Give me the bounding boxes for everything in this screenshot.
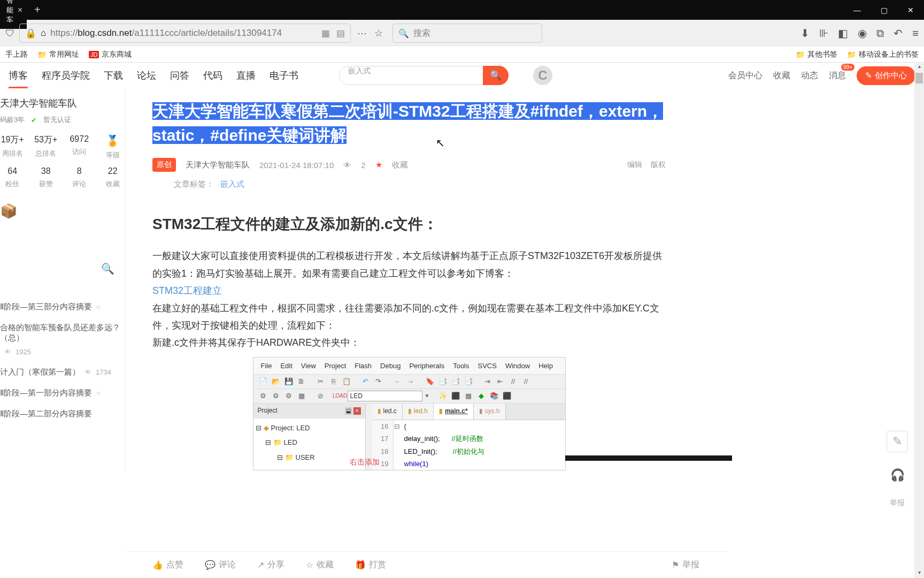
nav-vip[interactable]: 会员中心	[728, 70, 763, 81]
minus-icon[interactable]: ⊟	[277, 451, 283, 463]
extension-icon[interactable]: ⧉	[876, 27, 884, 40]
minimize-button[interactable]: —	[844, 0, 871, 20]
manage-icon[interactable]: ▦	[463, 391, 474, 401]
nav-academy[interactable]: 程序员学院	[42, 64, 90, 87]
create-button[interactable]: ✎ 创作中心	[857, 66, 915, 85]
nav-back-icon[interactable]: ←	[392, 376, 403, 387]
save-all-icon[interactable]: 🗎	[296, 376, 307, 387]
save-icon[interactable]: 💾	[283, 376, 294, 387]
list-item[interactable]: Ⅱ阶段—第一部分内容摘要○	[0, 383, 125, 404]
rebuild-icon[interactable]: ⚙	[271, 391, 281, 401]
uncomment-icon[interactable]: //	[521, 376, 532, 387]
menu-tools[interactable]: Tools	[453, 360, 469, 372]
minus-icon[interactable]: ⊟	[265, 436, 271, 448]
nav-fwd-icon[interactable]: →	[405, 376, 416, 387]
new-file-icon[interactable]: 📄	[258, 376, 268, 387]
like-button[interactable]: 👍点赞	[152, 559, 183, 571]
build-icon[interactable]: ⚙	[258, 391, 268, 401]
bookmark-item[interactable]: JD京东商城	[89, 50, 132, 59]
indent-icon[interactable]: ⇥	[482, 376, 493, 387]
star-icon[interactable]: ☆	[374, 27, 383, 39]
favorite-button[interactable]: ☆收藏	[306, 559, 334, 571]
report-button[interactable]: 举报	[890, 498, 905, 508]
bookmark-item[interactable]: 📁常用网址	[37, 50, 79, 59]
undo-icon[interactable]: ↶	[360, 376, 371, 387]
nav-activity[interactable]: 动态	[801, 70, 818, 81]
shield-icon[interactable]: 🛡	[5, 28, 15, 39]
download-icon[interactable]: ⬇	[800, 27, 810, 40]
tag-link[interactable]: 嵌入式	[220, 179, 244, 189]
tree-led[interactable]: LED	[284, 436, 297, 448]
csdn-search-input[interactable]: 嵌入式	[339, 66, 483, 85]
bookmark4-icon[interactable]: 📑	[463, 376, 474, 387]
comment-button[interactable]: 💬评论	[205, 559, 236, 571]
list-item[interactable]: Ⅱ阶段—第三部分内容摘要○	[0, 296, 125, 317]
list-item[interactable]: Ⅱ阶段—第二部分内容摘要	[0, 404, 125, 424]
reader-icon[interactable]: ▤	[336, 28, 345, 39]
copyright-link[interactable]: 版权	[651, 160, 666, 170]
profile-name[interactable]: 天津大学智能车队	[0, 94, 125, 113]
menu-flash[interactable]: Flash	[355, 360, 372, 372]
cut-icon[interactable]: ✂	[315, 376, 326, 387]
nav-live[interactable]: 直播	[236, 64, 256, 87]
rte-icon[interactable]: ◆	[476, 391, 487, 401]
scroll-up-icon[interactable]: ▴	[914, 63, 924, 72]
copy-icon[interactable]: ⎘	[328, 376, 339, 387]
csdn-search-button[interactable]: 🔍	[483, 66, 509, 85]
menu-window[interactable]: Window	[505, 360, 530, 372]
menu-icon[interactable]: ≡	[912, 27, 919, 40]
books-icon[interactable]: 📚	[489, 391, 499, 401]
author-link[interactable]: 天津大学智能车队	[186, 160, 250, 170]
nav-forum[interactable]: 论坛	[137, 64, 156, 87]
code-tab[interactable]: ▮led.c	[372, 404, 403, 420]
nav-code[interactable]: 代码	[203, 64, 222, 87]
batch-icon[interactable]: ▦	[296, 391, 307, 401]
code-tab[interactable]: ▮sys.h	[474, 404, 506, 420]
pin-icon[interactable]: ⬓	[345, 407, 352, 415]
scroll-down-icon[interactable]: ▾	[914, 569, 924, 578]
nav-qa[interactable]: 问答	[170, 64, 189, 87]
mobile-bookmarks[interactable]: 📁移动设备上的书签	[847, 50, 919, 59]
menu-help[interactable]: Help	[538, 360, 553, 372]
redo-icon[interactable]: ↷	[373, 376, 384, 387]
menu-debug[interactable]: Debug	[380, 360, 401, 372]
tree-root[interactable]: Project: LED	[271, 422, 310, 434]
menu-peripherals[interactable]: Peripherals	[409, 360, 444, 372]
scrollbar-thumb[interactable]	[915, 73, 923, 83]
sidebar-icon[interactable]: ◧	[838, 27, 848, 40]
undo-icon[interactable]: ↶	[894, 27, 903, 40]
tree-user[interactable]: USER	[296, 451, 315, 463]
edit-link[interactable]: 编辑	[627, 160, 642, 170]
close-icon[interactable]: ×	[353, 407, 361, 415]
nav-download[interactable]: 下载	[104, 64, 123, 87]
edit-float-button[interactable]: ✎	[887, 431, 908, 452]
bookmark-icon[interactable]: 🔖	[425, 376, 435, 387]
headset-icon[interactable]: 🎧	[890, 468, 905, 482]
download-icon[interactable]: LOAD	[335, 391, 345, 401]
other-bookmarks[interactable]: 📁其他书签	[796, 50, 837, 59]
menu-project[interactable]: Project	[325, 360, 346, 372]
code-lines[interactable]: 16⊟{ 17 delay_init(); //延时函数 18 LED_Init…	[366, 420, 565, 470]
nav-ebook[interactable]: 电子书	[270, 64, 298, 87]
account-icon[interactable]: ◉	[858, 27, 867, 40]
nav-messages[interactable]: 消息 99+	[829, 70, 846, 81]
qr-icon[interactable]: ▦	[321, 28, 330, 39]
maximize-button[interactable]: ▢	[871, 0, 897, 20]
bookmark2-icon[interactable]: 📑	[437, 376, 448, 387]
dropdown-icon[interactable]: ▼	[425, 391, 430, 401]
menu-file[interactable]: File	[261, 360, 272, 372]
close-icon[interactable]: ×	[18, 5, 22, 15]
wand-icon[interactable]: ✨	[437, 391, 448, 401]
paste-icon[interactable]: 📋	[341, 376, 352, 387]
favorite-label[interactable]: 收藏	[392, 160, 408, 170]
vertical-scrollbar[interactable]: ▴ ▾	[914, 63, 924, 578]
target-input[interactable]	[348, 391, 422, 401]
url-input[interactable]: 🔒 ⌂ https://blog.csdn.net/a11111ccc/arti…	[19, 24, 351, 43]
code-tab-active[interactable]: ▮main.c*	[434, 404, 474, 420]
list-item[interactable]: 计入门（寒假第一篇）👁1734	[0, 362, 125, 383]
menu-view[interactable]: View	[301, 360, 316, 372]
user-avatar[interactable]: C	[533, 66, 552, 85]
menu-edit[interactable]: Edit	[280, 360, 292, 372]
bookmark3-icon[interactable]: 📑	[450, 376, 461, 387]
nav-favorites[interactable]: 收藏	[773, 70, 790, 81]
